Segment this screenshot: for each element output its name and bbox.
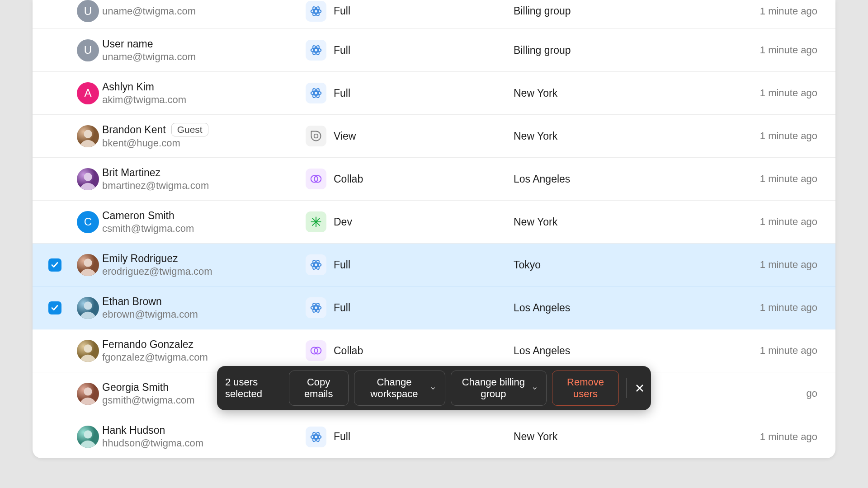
table-row[interactable]: CCameron Smithcsmith@twigma.comDevNew Yo… [33, 201, 835, 244]
seat-label: Collab [334, 173, 363, 185]
table-row[interactable]: Uuname@twigma.comFullBilling group1 minu… [33, 0, 835, 29]
seat-cell[interactable]: View [306, 126, 514, 146]
user-cell: Cameron Smithcsmith@twigma.com [102, 210, 306, 235]
avatar-cell [77, 168, 102, 190]
close-action-bar-button[interactable] [633, 380, 646, 396]
seat-cell[interactable]: Full [306, 297, 514, 318]
user-cell: Ashlyn Kimakim@twigma.com [102, 81, 306, 106]
change-billing-group-button[interactable]: Change billing group [451, 371, 547, 406]
seat-cell[interactable]: Full [306, 254, 514, 275]
dev-seat-icon [306, 211, 326, 232]
full-seat-icon [306, 254, 326, 275]
billing-group-cell[interactable]: New York [514, 431, 726, 443]
billing-group-cell[interactable]: New York [514, 130, 726, 142]
svg-point-38 [84, 430, 92, 438]
seat-cell[interactable]: Full [306, 83, 514, 103]
svg-point-4 [314, 48, 318, 52]
chevron-down-icon [532, 385, 538, 392]
user-name: Ethan Brown [102, 296, 162, 308]
user-cell: Hank Hudsonhhudson@twigma.com [102, 424, 306, 449]
seat-cell[interactable]: Full [306, 40, 514, 61]
billing-group-cell[interactable]: Billing group [514, 5, 726, 17]
svg-point-26 [84, 301, 92, 310]
seat-cell[interactable]: Full [306, 427, 514, 447]
table-row[interactable]: Hank Hudsonhhudson@twigma.comFullNew Yor… [33, 415, 835, 458]
seat-label: Full [334, 87, 350, 99]
avatar-cell: U [77, 39, 102, 61]
user-cell: Brit Martinezbmartinez@twigma.com [102, 167, 306, 192]
change-workspace-label: Change workspace [363, 376, 425, 400]
row-checkbox[interactable] [48, 301, 61, 314]
avatar: U [77, 0, 99, 22]
billing-group-cell[interactable]: Los Angeles [514, 302, 726, 314]
full-seat-icon [306, 297, 326, 318]
user-email: bmartinez@twigma.com [102, 180, 306, 192]
avatar [77, 168, 99, 190]
billing-group-cell[interactable]: New York [514, 87, 726, 99]
user-email: csmith@twigma.com [102, 223, 306, 235]
svg-point-36 [84, 387, 92, 395]
row-checkbox-cell [33, 258, 77, 272]
svg-point-21 [314, 263, 318, 267]
last-active-cell: 1 minute ago [726, 345, 835, 357]
table-row[interactable]: AAshlyn Kimakim@twigma.comFullNew York1 … [33, 72, 835, 115]
divider [626, 378, 627, 398]
user-cell: Fernando Gonzalezfgonzalez@twigma.com [102, 338, 306, 363]
table-row[interactable]: UUser nameuname@twigma.comFullBilling gr… [33, 29, 835, 72]
user-cell: Ethan Brownebrown@twigma.com [102, 296, 306, 320]
last-active-cell: 1 minute ago [726, 173, 835, 185]
billing-group-cell[interactable]: Los Angeles [514, 345, 726, 357]
billing-group-cell[interactable]: Tokyo [514, 259, 726, 271]
user-email: ebrown@twigma.com [102, 309, 306, 320]
svg-point-32 [84, 344, 92, 352]
last-active-cell: go [726, 388, 835, 399]
user-email: bkent@huge.com [102, 137, 306, 149]
last-active-cell: 1 minute ago [726, 431, 835, 443]
avatar [77, 340, 99, 362]
billing-group-cell[interactable]: New York [514, 216, 726, 228]
seat-cell[interactable]: Full [306, 1, 514, 22]
user-name: User name [102, 38, 153, 50]
remove-users-button[interactable]: Remove users [552, 371, 618, 406]
user-email: uname@twigma.com [102, 51, 306, 63]
avatar: C [77, 211, 99, 233]
row-checkbox[interactable] [48, 258, 61, 272]
billing-group-cell[interactable]: Billing group [514, 44, 726, 56]
table-row[interactable]: Brandon KentGuestbkent@huge.comViewNew Y… [33, 115, 835, 158]
copy-emails-button[interactable]: Copy emails [289, 371, 349, 406]
seat-label: Collab [334, 345, 363, 357]
row-checkbox-cell [33, 301, 77, 314]
user-name: Fernando Gonzalez [102, 338, 193, 351]
seat-label: Full [334, 431, 350, 443]
user-name: Emily Rodriguez [102, 253, 178, 265]
seat-cell[interactable]: Collab [306, 169, 514, 189]
collab-seat-icon [306, 169, 326, 189]
user-name: Georgia Smith [102, 381, 169, 394]
table-row[interactable]: Ethan Brownebrown@twigma.comFullLos Ange… [33, 286, 835, 329]
user-cell: Emily Rodriguezerodriguez@twigma.com [102, 253, 306, 277]
avatar-cell: C [77, 211, 102, 233]
full-seat-icon [306, 83, 326, 103]
guest-badge: Guest [171, 123, 208, 136]
seat-cell[interactable]: Dev [306, 211, 514, 232]
avatar: U [77, 39, 99, 61]
seat-cell[interactable]: Collab [306, 340, 514, 361]
avatar-cell [77, 426, 102, 448]
table-row[interactable]: Brit Martinezbmartinez@twigma.comCollabL… [33, 158, 835, 201]
view-seat-icon [306, 126, 326, 146]
user-email: erodriguez@twigma.com [102, 266, 306, 277]
user-name: Brandon Kent [102, 124, 166, 136]
avatar-cell [77, 383, 102, 405]
svg-point-27 [314, 306, 318, 310]
close-icon [634, 383, 645, 394]
seat-label: View [334, 130, 356, 142]
last-active-cell: 1 minute ago [726, 130, 835, 142]
billing-group-cell[interactable]: Los Angeles [514, 173, 726, 185]
svg-point-16 [84, 173, 92, 181]
last-active-cell: 1 minute ago [726, 259, 835, 271]
table-row[interactable]: Emily Rodriguezerodriguez@twigma.comFull… [33, 244, 835, 286]
avatar-cell [77, 254, 102, 276]
seat-label: Full [334, 302, 350, 314]
change-workspace-button[interactable]: Change workspace [354, 371, 445, 406]
user-email: fgonzalez@twigma.com [102, 352, 306, 363]
